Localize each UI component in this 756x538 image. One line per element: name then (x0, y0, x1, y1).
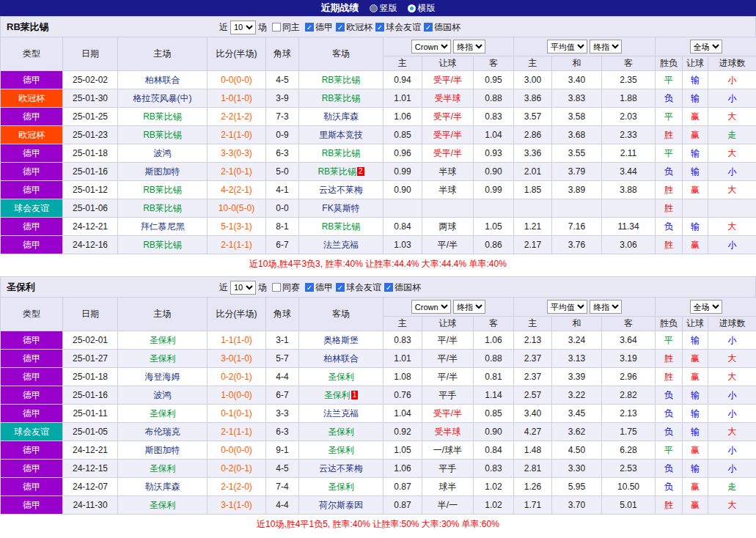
bookmaker-select[interactable]: Crown (411, 300, 451, 314)
away-team[interactable]: RB莱比锡 (322, 75, 361, 85)
checkbox-icon[interactable] (272, 23, 281, 32)
checkbox-icon[interactable] (336, 283, 345, 292)
league-filter[interactable]: 德甲 (305, 281, 333, 294)
home-team[interactable]: 波鸿 (154, 148, 172, 158)
away-team[interactable]: RB莱比锡 (322, 221, 361, 232)
match-score[interactable]: 0-2(0-1) (208, 460, 266, 478)
league-filter[interactable]: 球会友谊 (375, 21, 421, 34)
league-filter[interactable]: 德国杯 (424, 21, 460, 34)
league-filter[interactable]: 球会友谊 (336, 281, 381, 294)
match-score[interactable]: 2-1(0-1) (208, 163, 266, 181)
away-team[interactable]: 勒沃库森 (323, 111, 359, 122)
col-header-euro-home: 主 (514, 317, 552, 331)
league-filter[interactable]: 欧冠杯 (336, 21, 373, 34)
match-score[interactable]: 3-3(0-3) (208, 144, 266, 163)
euro-mode-select[interactable]: 终指 (590, 40, 622, 54)
checkbox-icon[interactable] (424, 23, 433, 32)
match-count-select[interactable]: 10 (230, 281, 256, 295)
league-filter[interactable]: 德国杯 (384, 281, 421, 294)
asian-mode-select[interactable]: 终指 (453, 40, 485, 54)
checkbox-icon[interactable] (305, 283, 314, 292)
away-team[interactable]: RB莱比锡 (318, 166, 356, 177)
match-score[interactable]: 2-1(1-1) (208, 423, 266, 441)
layout-horizontal-option[interactable]: 横版 (408, 2, 436, 15)
match-score[interactable]: 2-1(1-1) (208, 236, 266, 254)
league-filter-label: 欧冠杯 (346, 21, 373, 34)
same-venue-filter[interactable]: 同主 (272, 21, 300, 34)
asian-mode-select[interactable]: 终指 (453, 300, 485, 314)
home-team[interactable]: 圣保利 (150, 463, 176, 473)
euro-draw-odds: 3.13 (552, 350, 602, 368)
checkbox-icon[interactable] (384, 283, 393, 292)
home-team[interactable]: 圣保利 (150, 335, 176, 345)
radio-selected-icon[interactable] (408, 4, 416, 12)
checkbox-icon[interactable] (375, 23, 384, 32)
away-team[interactable]: 圣保利 (328, 372, 354, 382)
euro-odds-select[interactable]: 平均值 (547, 40, 587, 54)
match-result: 平 (656, 144, 683, 163)
away-team[interactable]: 法兰克福 (323, 408, 359, 419)
home-team[interactable]: 斯图加特 (145, 166, 180, 177)
match-score[interactable]: 10-0(5-0) (208, 199, 266, 218)
away-team[interactable]: 里斯本竞技 (319, 130, 363, 140)
match-score[interactable]: 1-0(1-0) (208, 89, 266, 108)
same-venue-filter[interactable]: 同赛 (272, 281, 300, 294)
home-team[interactable]: 波鸿 (154, 390, 172, 400)
away-team[interactable]: 圣保利 (328, 482, 354, 492)
away-team[interactable]: 柏林联合 (323, 353, 359, 364)
euro-odds-select[interactable]: 平均值 (547, 300, 587, 314)
home-team[interactable]: RB莱比锡 (143, 185, 182, 195)
away-team[interactable]: RB莱比锡 (322, 93, 361, 103)
home-team[interactable]: 布伦瑞克 (145, 427, 180, 437)
match-score[interactable]: 2-1(1-0) (208, 126, 266, 144)
home-team[interactable]: RB莱比锡 (143, 240, 182, 250)
away-team[interactable]: 法兰克福 (323, 240, 359, 250)
home-team[interactable]: 拜仁慕尼黑 (141, 221, 185, 232)
away-team[interactable]: 云达不莱梅 (319, 463, 363, 473)
home-team[interactable]: 圣保利 (150, 408, 176, 419)
away-team[interactable]: 奥格斯堡 (323, 335, 359, 345)
checkbox-icon[interactable] (272, 283, 281, 292)
match-score[interactable]: 0-1(0-1) (208, 405, 266, 423)
scope-select[interactable]: 全场 (690, 40, 722, 54)
match-score[interactable]: 0-2(0-1) (208, 368, 266, 386)
match-count-select[interactable]: 10 (230, 21, 256, 34)
home-team[interactable]: 圣保利 (150, 500, 176, 510)
home-team[interactable]: RB莱比锡 (143, 111, 182, 122)
scope-select[interactable]: 全场 (690, 300, 722, 314)
away-team[interactable]: 荷尔斯泰因 (319, 500, 363, 510)
match-score[interactable]: 4-2(2-1) (208, 181, 266, 199)
radio-unselected-icon[interactable] (370, 4, 378, 12)
home-team[interactable]: 海登海姆 (145, 372, 180, 382)
league-filter[interactable]: 德甲 (305, 21, 333, 34)
away-team[interactable]: FK莫斯特 (322, 203, 359, 213)
away-team[interactable]: 圣保利 (328, 445, 354, 455)
layout-vertical-option[interactable]: 竖版 (370, 2, 397, 15)
away-team[interactable]: 圣保利 (328, 427, 354, 437)
match-score[interactable]: 0-0(0-0) (208, 71, 266, 89)
match-score[interactable]: 2-1(2-0) (208, 478, 266, 496)
away-team[interactable]: RB莱比锡 (322, 148, 361, 158)
euro-mode-select[interactable]: 终指 (590, 300, 622, 314)
match-score[interactable]: 1-1(1-0) (208, 331, 266, 350)
home-team[interactable]: 勒沃库森 (145, 482, 180, 492)
home-team[interactable]: 斯图加特 (145, 445, 180, 455)
home-team[interactable]: 圣保利 (150, 353, 176, 364)
checkbox-icon[interactable] (336, 23, 345, 32)
match-score[interactable]: 0-0(0-0) (208, 441, 266, 460)
away-team[interactable]: 圣保利 (324, 390, 351, 400)
home-team[interactable]: 格拉茨风暴(中) (133, 93, 192, 103)
home-team[interactable]: RB莱比锡 (143, 130, 182, 140)
bookmaker-select[interactable]: Crown (411, 40, 451, 54)
away-team-cell: 圣保利 (299, 478, 383, 496)
away-team[interactable]: 云达不莱梅 (319, 185, 363, 195)
match-score[interactable]: 3-1(1-0) (208, 496, 266, 515)
match-score[interactable]: 2-2(1-2) (208, 108, 266, 126)
checkbox-icon[interactable] (305, 23, 314, 32)
match-score[interactable]: 1-0(0-0) (208, 386, 266, 405)
match-score[interactable]: 3-0(1-0) (208, 350, 266, 368)
home-team[interactable]: 柏林联合 (145, 75, 180, 85)
games-label: 场 (258, 281, 267, 294)
home-team[interactable]: RB莱比锡 (143, 203, 182, 213)
match-score[interactable]: 5-1(3-1) (208, 218, 266, 236)
